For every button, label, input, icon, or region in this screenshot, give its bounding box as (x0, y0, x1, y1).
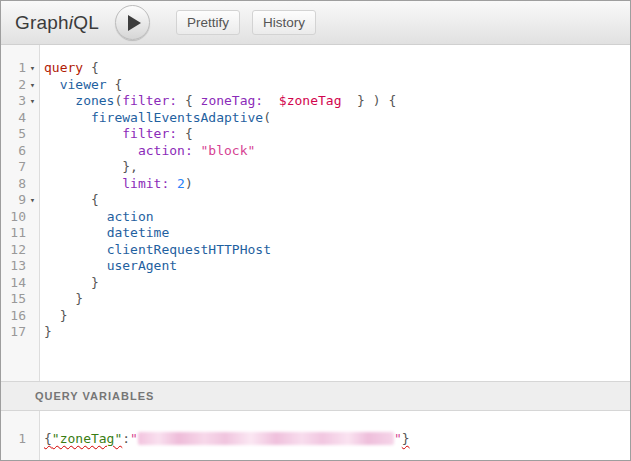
code-line[interactable]: { (44, 192, 630, 209)
code-token-property: action (107, 209, 154, 224)
code-token-attribute: zoneTag: (201, 93, 264, 108)
code-line[interactable]: filter: { (44, 126, 630, 143)
code-token-punc (44, 258, 107, 273)
line-number: 10 (1, 209, 26, 226)
code-line[interactable]: userAgent (44, 258, 630, 275)
execute-query-button[interactable] (115, 5, 150, 40)
code-token-property: firewallEventsAdaptive (91, 110, 263, 125)
variables-line[interactable]: {"zoneTag":""} (44, 431, 630, 448)
code-token-property: userAgent (107, 258, 177, 273)
code-token-keyword: query (44, 60, 83, 75)
code-line[interactable]: clientRequestHTTPHost (44, 242, 630, 259)
fold-arrow-icon[interactable]: ▾ (26, 192, 39, 209)
line-number: 9 (1, 192, 26, 209)
fold-arrow-icon[interactable]: ▾ (26, 93, 39, 110)
code-token-punc (263, 93, 279, 108)
fold-arrow-icon[interactable]: ▾ (26, 60, 39, 77)
code-token-punc (44, 209, 107, 224)
code-token-punc (169, 176, 177, 191)
code-token-punc (44, 225, 107, 240)
code-token-string: " (130, 431, 138, 446)
code-token-punc (44, 176, 122, 191)
code-token-punc: { (177, 126, 193, 141)
code-token-punc: { (177, 93, 200, 108)
code-token-punc: } ) { (341, 93, 396, 108)
code-token-attribute: filter: (122, 93, 177, 108)
code-token-property: zones (75, 93, 114, 108)
code-token-property: datetime (107, 225, 170, 240)
variables-gutter: 1 (1, 411, 40, 460)
code-line[interactable]: viewer { (44, 77, 630, 94)
code-token-punc (44, 242, 107, 257)
line-number: 11 (1, 225, 26, 242)
line-number: 2 (1, 77, 26, 94)
code-token-attribute: filter: (122, 126, 177, 141)
line-number: 8 (1, 176, 26, 193)
line-number: 17 (1, 324, 26, 341)
line-number: 7 (1, 159, 26, 176)
code-token-punc: { (107, 77, 123, 92)
line-number: 14 (1, 275, 26, 292)
code-token-punc (44, 126, 122, 141)
line-number: 1 (1, 60, 26, 77)
play-icon (128, 15, 141, 31)
line-number: 15 (1, 291, 26, 308)
line-number: 13 (1, 258, 26, 275)
line-number: 3 (1, 93, 26, 110)
toolbar: GraphiQL Prettify History (1, 1, 630, 45)
code-token-attribute: limit: (122, 176, 169, 191)
graphiql-window: GraphiQL Prettify History 1▾2▾3▾456789▾1… (0, 0, 631, 461)
code-line[interactable]: } (44, 308, 630, 325)
redacted-zone-tag-value (138, 432, 394, 445)
query-code-area[interactable]: query { viewer { zones(filter: { zoneTag… (40, 45, 630, 381)
logo-text-graph: Graph (15, 12, 69, 33)
code-token-string: " (394, 431, 402, 446)
code-token-punc: } (402, 431, 410, 446)
code-line[interactable]: action (44, 209, 630, 226)
code-token-punc: } (44, 291, 83, 306)
code-token-string: "block" (201, 143, 256, 158)
line-number: 6 (1, 143, 26, 160)
code-token-punc: ( (263, 110, 271, 125)
variables-code-area[interactable]: {"zoneTag":""} (40, 411, 630, 460)
code-token-punc: } (44, 324, 52, 339)
code-token-property: viewer (60, 77, 107, 92)
code-line[interactable]: firewallEventsAdaptive( (44, 110, 630, 127)
line-number: 4 (1, 110, 26, 127)
code-line[interactable]: }, (44, 159, 630, 176)
code-token-attribute: action: (138, 143, 193, 158)
code-line[interactable]: query { (44, 60, 630, 77)
line-number: 12 (1, 242, 26, 259)
line-number-gutter: 1▾2▾3▾456789▾1011121314151617 (1, 45, 40, 381)
code-token-number: 2 (177, 176, 185, 191)
code-line[interactable]: zones(filter: { zoneTag: $zoneTag } ) { (44, 93, 630, 110)
code-token-punc: { (83, 60, 99, 75)
query-editor[interactable]: 1▾2▾3▾456789▾1011121314151617 query { vi… (1, 45, 630, 381)
code-token-punc: } (44, 275, 99, 290)
code-token-punc: }, (44, 159, 138, 174)
code-token-punc (193, 143, 201, 158)
graphiql-logo: GraphiQL (15, 12, 99, 34)
query-variables-header[interactable]: QUERY VARIABLES (1, 381, 630, 411)
query-variables-title: QUERY VARIABLES (35, 390, 154, 402)
code-token-punc: { (44, 192, 99, 207)
code-token-punc: { (44, 431, 52, 446)
code-line[interactable]: } (44, 291, 630, 308)
code-token-variable: $zoneTag (279, 93, 342, 108)
code-token-property: clientRequestHTTPHost (107, 242, 271, 257)
code-token-punc (44, 110, 91, 125)
code-token-punc (44, 93, 75, 108)
line-number: 16 (1, 308, 26, 325)
prettify-button[interactable]: Prettify (176, 10, 240, 35)
code-line[interactable]: action: "block" (44, 143, 630, 160)
code-line[interactable]: limit: 2) (44, 176, 630, 193)
code-line[interactable]: } (44, 275, 630, 292)
variables-editor[interactable]: 1 {"zoneTag":""} (1, 411, 630, 460)
variables-line-number: 1 (1, 431, 26, 448)
code-token-punc: ) (185, 176, 193, 191)
fold-arrow-icon[interactable]: ▾ (26, 77, 39, 94)
code-token-key: "zoneTag" (52, 431, 122, 446)
history-button[interactable]: History (252, 10, 316, 35)
code-line[interactable]: } (44, 324, 630, 341)
code-line[interactable]: datetime (44, 225, 630, 242)
